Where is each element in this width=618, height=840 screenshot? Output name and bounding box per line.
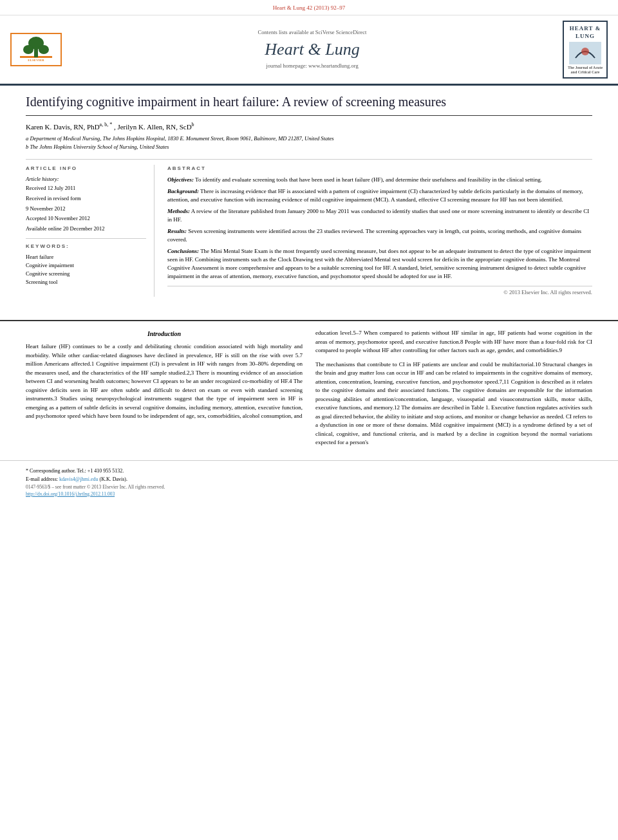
keyword-4: Screening tool (26, 279, 146, 286)
abstract-conclusions: Conclusions: The Mini Mental State Exam … (167, 247, 592, 281)
license-text: 0147-9563/$ – see front matter © 2013 El… (26, 484, 165, 490)
author2-name: , Jerilyn K. Allen, RN, ScD (114, 123, 192, 131)
background-label: Background: (167, 188, 199, 194)
conclusions-text: The Mini Mental State Exam is the most f… (167, 248, 591, 279)
article-info-panel: ARTICLE INFO Article history: Received 1… (26, 165, 154, 297)
copyright-line: © 2013 Elsevier Inc. All rights reserved… (167, 286, 592, 297)
results-label: Results: (167, 228, 187, 234)
svg-text:ELSEVIER: ELSEVIER (28, 59, 44, 62)
results-text: Seven screening instruments were identif… (167, 228, 581, 243)
journal-homepage: journal homepage: www.heartandlung.org (72, 62, 552, 70)
sciverse-line: Contents lists available at SciVerse Sci… (72, 29, 552, 37)
body-col2-para2: The mechanisms that contribute to CI in … (315, 360, 592, 447)
keywords-section: Keywords: Heart failure Cognitive impair… (26, 238, 146, 286)
corresponding-tel: Tel.: +1 410 955 5132. (77, 468, 124, 474)
email-note: E-mail address: kdavis4@jhmi.edu (K.K. D… (26, 476, 592, 483)
hl-badge-sub: The Journal of Acuteand Critical Care (566, 66, 604, 75)
email-suffix: (K.K. Davis). (99, 476, 127, 482)
body-col2-para1: education level.5–7 When compared to pat… (315, 329, 592, 355)
methods-text: A review of the literature published fro… (167, 208, 589, 223)
corresponding-author-note: * Corresponding author. Tel.: +1 410 955… (26, 467, 592, 474)
history-label: Article history: (26, 176, 146, 183)
article-info-title: ARTICLE INFO (26, 165, 146, 172)
keyword-3: Cognitive screening (26, 270, 146, 278)
svg-point-7 (581, 48, 589, 55)
keyword-1: Heart failure (26, 254, 146, 261)
intro-heading: Introduction (26, 329, 303, 339)
author2-superscript: b (192, 122, 194, 127)
abstract-section: ABSTRACT Objectives: To identify and eva… (167, 165, 592, 297)
article-content: Identifying cognitive impairment in hear… (0, 86, 618, 312)
background-text: There is increasing evidence that HF is … (167, 188, 583, 203)
email-label: E-mail address: (26, 476, 58, 482)
abstract-methods: Methods: A review of the literature publ… (167, 207, 592, 224)
journal-header: ELSEVIER Contents lists available at Sci… (0, 15, 618, 86)
author1-name: Karen K. Davis, RN, PhD (26, 123, 100, 131)
authors-line: Karen K. Davis, RN, PhDa, b, * , Jerilyn… (26, 121, 592, 132)
email-link[interactable]: kdavis4@jhmi.edu (59, 476, 98, 482)
received-revised-label: Received in revised form (26, 195, 146, 203)
affiliation-a: a Department of Medical Nursing, The Joh… (26, 135, 592, 143)
main-body: Introduction Heart failure (HF) continue… (0, 320, 618, 453)
received-date: Received 12 July 2011 (26, 185, 146, 192)
license-line: 0147-9563/$ – see front matter © 2013 El… (26, 484, 592, 491)
conclusions-label: Conclusions: (167, 248, 199, 254)
elsevier-tree-icon: ELSEVIER (17, 37, 55, 62)
affiliation-b: b The Johns Hopkins University School of… (26, 143, 592, 151)
page: Heart & Lung 42 (2013) 92–97 ELSEVIER Co… (0, 0, 618, 840)
journal-center: Contents lists available at SciVerse Sci… (72, 29, 552, 70)
author1-superscript: a, b, * (100, 122, 113, 127)
abstract-objectives: Objectives: To identify and evaluate scr… (167, 176, 592, 184)
doi-link[interactable]: http://dx.doi.org/10.1016/j.hrtlng.2012.… (26, 491, 115, 497)
svg-point-3 (23, 45, 33, 54)
svg-point-4 (39, 45, 49, 54)
accepted-date: Accepted 10 November 2012 (26, 215, 146, 223)
doi-line: http://dx.doi.org/10.1016/j.hrtlng.2012.… (26, 491, 592, 498)
abstract-title: ABSTRACT (167, 165, 592, 172)
hl-badge-title: HEART & LUNG (566, 24, 604, 41)
abstract-results: Results: Seven screening instruments wer… (167, 227, 592, 244)
keywords-title: Keywords: (26, 243, 146, 250)
journal-volume: Heart & Lung 42 (2013) 92–97 (273, 5, 346, 11)
body-column-2: education level.5–7 When compared to pat… (315, 329, 592, 453)
body-column-1: Introduction Heart failure (HF) continue… (26, 329, 303, 453)
methods-label: Methods: (167, 208, 190, 214)
elsevier-logo: ELSEVIER (10, 33, 62, 66)
article-footer: * Corresponding author. Tel.: +1 410 955… (0, 460, 618, 503)
abstract-background: Background: There is increasing evidence… (167, 187, 592, 204)
corresponding-label: * Corresponding author. (26, 468, 76, 474)
body-col1-para1: Heart failure (HF) continues to be a cos… (26, 342, 303, 421)
hl-badge: HEART & LUNG The Journal of Acuteand Cri… (563, 21, 608, 79)
objectives-label: Objectives: (167, 176, 194, 183)
available-online: Available online 20 December 2012 (26, 225, 146, 233)
keyword-2: Cognitive impairment (26, 262, 146, 270)
top-bar: Heart & Lung 42 (2013) 92–97 (0, 0, 618, 15)
journal-title: Heart & Lung (72, 38, 552, 61)
received-revised-date: 9 November 2012 (26, 205, 146, 213)
article-info-abstract: ARTICLE INFO Article history: Received 1… (26, 159, 592, 297)
hl-badge-image (569, 42, 601, 64)
objectives-text: To identify and evaluate screening tools… (195, 176, 542, 183)
affiliations: a Department of Medical Nursing, The Joh… (26, 135, 592, 151)
article-title: Identifying cognitive impairment in hear… (26, 93, 592, 116)
